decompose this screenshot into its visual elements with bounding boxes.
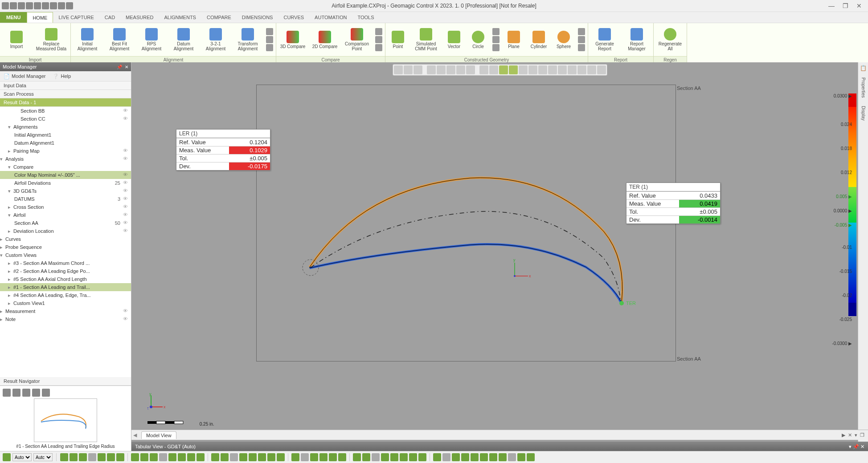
tab-model-manager[interactable]: 📄 Model Manager — [0, 73, 49, 79]
status-tool-icon[interactable] — [178, 453, 186, 461]
status-icon[interactable] — [3, 453, 11, 461]
tree-item[interactable]: ▾ Analysis👁 — [0, 155, 131, 163]
vp-tool-icon[interactable] — [446, 65, 455, 74]
status-tool-icon[interactable] — [239, 453, 247, 461]
visibility-icon[interactable]: 👁 — [122, 180, 128, 186]
tree-item[interactable]: ▾ Custom Views — [0, 251, 131, 259]
cylinder-button[interactable]: Cylinder — [528, 30, 549, 50]
status-tool-icon[interactable] — [433, 453, 441, 461]
tabular-pin-icon[interactable]: 📌 — [853, 444, 859, 449]
tree-item[interactable]: ▸ #2 - Section AA Leading Edge Po... — [0, 267, 131, 275]
plane-button[interactable]: Plane — [504, 30, 524, 50]
mini-icon[interactable] — [375, 44, 382, 51]
vp-tool-icon[interactable] — [479, 65, 488, 74]
visibility-icon[interactable]: 👁 — [122, 172, 128, 178]
qat-saveall-icon[interactable] — [34, 2, 41, 9]
vp-tool-icon[interactable] — [499, 65, 508, 74]
tab-measured[interactable]: MEASURED — [120, 12, 159, 23]
tab-alignments[interactable]: ALIGNMENTS — [159, 12, 201, 23]
status-tool-icon[interactable] — [88, 453, 96, 461]
tree-item[interactable]: ▸ #5 Section AA Axial Chord Length — [0, 275, 131, 283]
tree-item[interactable]: Datum Alignment1 — [0, 139, 131, 147]
vp-tool-icon[interactable] — [577, 65, 586, 74]
panel-pin-icon[interactable]: 📌 — [117, 65, 122, 69]
tab-max-icon[interactable]: ❐ — [860, 432, 864, 438]
status-tool-icon[interactable] — [353, 453, 361, 461]
tree-item[interactable]: ▸ Custom View1 — [0, 299, 131, 307]
mini-icon[interactable] — [266, 28, 273, 35]
vp-tool-icon[interactable] — [509, 65, 518, 74]
status-tool-icon[interactable] — [310, 453, 318, 461]
tab-automation[interactable]: AUTOMATION — [309, 12, 352, 23]
expand-icon[interactable]: 📋 — [860, 65, 867, 71]
tree-item[interactable]: DATUMS3👁 — [0, 195, 131, 203]
section-result-navigator[interactable]: Result Navigator — [0, 377, 131, 386]
status-tool-icon[interactable] — [168, 453, 176, 461]
visibility-icon[interactable]: 👁 — [122, 228, 128, 234]
nav-icon[interactable] — [12, 389, 20, 397]
regenerate-all-button[interactable]: Regenerate All — [656, 27, 684, 52]
status-tool-icon[interactable] — [390, 453, 398, 461]
status-tool-icon[interactable] — [517, 453, 525, 461]
report-manager-button[interactable]: Report Manager — [623, 27, 651, 52]
status-tool-icon[interactable] — [452, 453, 460, 461]
qat-redo-icon[interactable] — [58, 2, 65, 9]
tab-menu-icon[interactable]: ▾ — [855, 432, 857, 438]
qat-save-icon[interactable] — [26, 2, 33, 9]
status-tool-icon[interactable] — [267, 453, 275, 461]
tab-home[interactable]: HOME — [27, 12, 53, 23]
tabular-close-icon[interactable]: ✕ — [860, 444, 864, 449]
visibility-icon[interactable]: 👁 — [122, 316, 128, 322]
tree-item[interactable]: ▸ Probe Sequence — [0, 243, 131, 251]
mini-icon[interactable] — [492, 36, 500, 43]
tree-item[interactable]: Airfoil Deviations25👁 — [0, 179, 131, 187]
visibility-icon[interactable]: 👁 — [122, 220, 128, 226]
close-button[interactable]: ✕ — [856, 2, 862, 9]
status-tool-icon[interactable] — [211, 453, 219, 461]
point-button[interactable]: Point — [388, 30, 408, 50]
vp-tool-icon[interactable] — [427, 65, 436, 74]
mini-icon[interactable] — [375, 36, 382, 43]
vector-button[interactable]: Vector — [444, 30, 464, 50]
panel-close-icon[interactable]: ✕ — [125, 65, 128, 69]
nav-icon[interactable] — [3, 389, 11, 397]
tab-help[interactable]: ❔ Help — [49, 73, 74, 79]
tree-item[interactable]: ▾ Compare — [0, 163, 131, 171]
tab-model-view[interactable]: Model View — [141, 431, 176, 439]
tab-nav-icon[interactable]: ▶ — [842, 432, 845, 438]
status-tool-icon[interactable] — [277, 453, 285, 461]
visibility-icon[interactable]: 👁 — [122, 308, 128, 314]
minimize-button[interactable]: — — [828, 2, 835, 9]
status-tool-icon[interactable] — [471, 453, 479, 461]
mini-icon[interactable] — [578, 28, 585, 35]
status-tool-icon[interactable] — [372, 453, 380, 461]
visibility-icon[interactable]: 👁 — [122, 108, 128, 114]
visibility-icon[interactable]: 👁 — [122, 204, 128, 210]
vp-tool-icon[interactable] — [404, 65, 413, 74]
vp-tool-icon[interactable] — [519, 65, 528, 74]
status-tool-icon[interactable] — [131, 453, 139, 461]
tabular-view-bar[interactable]: Tabular View - GD&T (Auto) ▾ 📌 ✕ — [131, 442, 868, 451]
tree-item[interactable]: ▸ Measurement👁 — [0, 307, 131, 315]
vp-tool-icon[interactable] — [456, 65, 465, 74]
maximize-button[interactable]: ❐ — [843, 2, 848, 9]
status-tool-icon[interactable] — [480, 453, 488, 461]
sphere-button[interactable]: Sphere — [554, 30, 573, 50]
model-tree[interactable]: Section BB👁Section CC👁▾ AlignmentsInitia… — [0, 107, 131, 377]
tree-item[interactable]: Section AA50👁 — [0, 219, 131, 227]
tab-live-capture[interactable]: LIVE CAPTURE — [53, 12, 99, 23]
tree-item[interactable]: Section BB👁 — [0, 107, 131, 115]
rps-alignment-button[interactable]: RPS Alignment — [138, 27, 165, 52]
visibility-icon[interactable]: 👁 — [122, 148, 128, 154]
transform-alignment-button[interactable]: Transform Alignment — [234, 27, 262, 52]
status-tool-icon[interactable] — [249, 453, 257, 461]
status-tool-icon[interactable] — [301, 453, 309, 461]
tab-compare[interactable]: COMPARE — [201, 12, 237, 23]
mini-icon[interactable] — [492, 44, 500, 51]
321-alignment-button[interactable]: 3-2-1 Alignment — [202, 27, 229, 52]
tree-item[interactable]: ▾ Airfoil👁 — [0, 211, 131, 219]
status-tool-icon[interactable] — [499, 453, 507, 461]
tab-close-icon[interactable]: ✕ — [848, 432, 852, 438]
mini-icon[interactable] — [578, 44, 585, 51]
tree-item[interactable]: ▸ Cross Section👁 — [0, 203, 131, 211]
